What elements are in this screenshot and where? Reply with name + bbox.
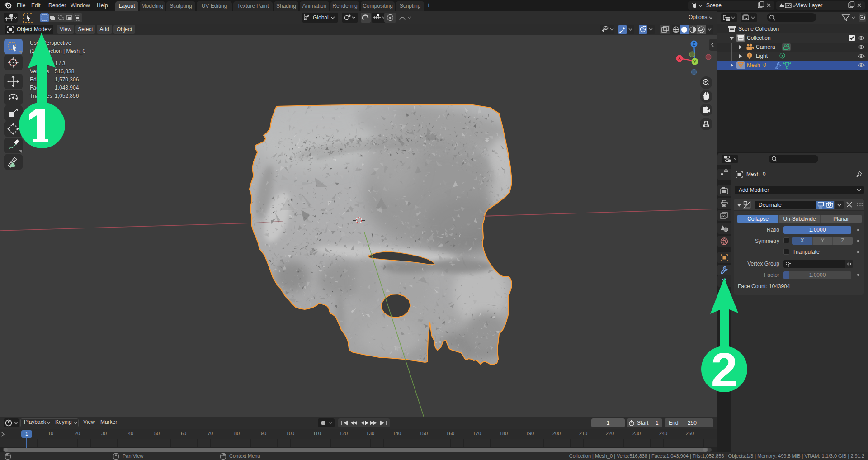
- svg-text:X: X: [678, 56, 681, 61]
- svg-text:2: 2: [711, 343, 738, 394]
- svg-text:Z: Z: [693, 41, 696, 47]
- svg-text:Y: Y: [693, 59, 697, 64]
